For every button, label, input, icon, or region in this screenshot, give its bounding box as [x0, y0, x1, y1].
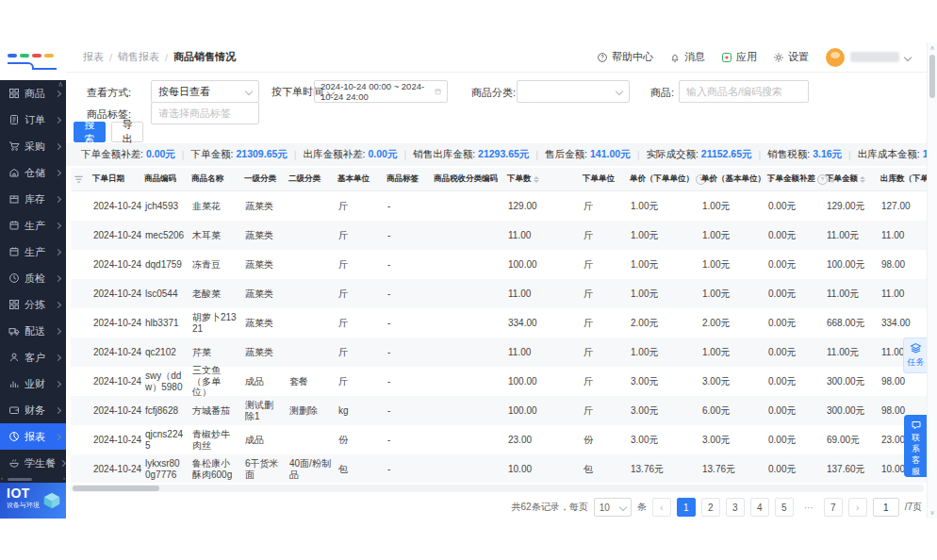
page-button-2[interactable]: 2 — [701, 498, 720, 517]
view-mode-select[interactable]: 按每日查看 — [151, 80, 259, 103]
search-button[interactable]: 搜索 — [74, 122, 106, 142]
app-button[interactable]: 应用 — [721, 50, 757, 64]
tag-select-input[interactable] — [151, 102, 259, 124]
export-button[interactable]: 导出 — [111, 122, 143, 142]
sidebar-nav: 商品 订单 采购 仓储 库存 生产 生产 质检 分拣 配送 — [0, 80, 66, 476]
sidebar-item-production-1[interactable]: 生产 — [0, 212, 66, 239]
column-header-14[interactable]: 下单金额 — [823, 173, 878, 185]
sidebar-item-sorting[interactable]: 分拣 — [0, 291, 66, 318]
column-header-9[interactable]: 下单数 — [504, 173, 580, 185]
cell: 6干货米面 — [241, 458, 286, 481]
table-row: 2024-10-24fcfj8628方城番茄测试删除1测删除kg-100.00斤… — [71, 396, 928, 425]
contact-support-label-char: 系 — [912, 444, 920, 454]
scroll-up-icon[interactable]: ∧ — [928, 43, 937, 53]
chevron-right-icon — [55, 380, 61, 387]
cell: 2.00元 — [627, 318, 699, 329]
breadcrumb-reports[interactable]: 报表 — [83, 50, 104, 64]
cell: 1.00元 — [627, 230, 699, 241]
sidebar-scroll-up-icon[interactable]: ∧ — [58, 80, 63, 90]
sidebar-item-label: 库存 — [25, 192, 45, 206]
horizontal-scrollbar-thumb[interactable] — [73, 486, 159, 491]
page-size-select[interactable]: 10 — [594, 498, 632, 517]
sort-icon[interactable] — [860, 176, 865, 183]
sidebar-item-delivery[interactable]: 配送 — [0, 318, 66, 344]
horizontal-scrollbar[interactable] — [71, 485, 924, 492]
table-row: 2024-10-24jch4593韭菜花蔬菜类斤-129.00斤1.00元1.0… — [71, 191, 928, 221]
column-header-7: 商品标签 — [384, 173, 431, 185]
bell-icon — [669, 52, 681, 63]
sidebar-item-student-meal[interactable]: 学生餐 — [0, 450, 66, 476]
sidebar-item-orders[interactable]: 订单 — [0, 107, 66, 133]
cell: 份 — [580, 435, 627, 446]
iot-banner[interactable]: IOT 设备与环境 — [0, 483, 66, 519]
product-search-input[interactable] — [679, 80, 809, 103]
cell: 11.00元 — [823, 288, 878, 300]
cell: 包 — [580, 464, 627, 475]
column-header-12[interactable]: 单价（基本单位） — [699, 173, 764, 185]
vertical-scrollbar-thumb[interactable] — [929, 55, 935, 98]
cell: - — [384, 405, 431, 417]
sidebar-scrollbar-thumb[interactable] — [8, 478, 32, 481]
avatar[interactable] — [826, 48, 845, 67]
page-button-1[interactable]: 1 — [677, 498, 696, 517]
sidebar-item-biz-finance[interactable]: 业财 — [0, 371, 66, 397]
sidebar-item-qc[interactable]: 质检 — [0, 265, 66, 291]
cell: 韭菜花 — [189, 201, 241, 212]
cell: 包 — [335, 464, 384, 475]
sidebar-item-finance[interactable]: 财务 — [0, 397, 66, 423]
house-icon — [8, 167, 20, 178]
column-header-0[interactable] — [71, 174, 90, 185]
page-button-3[interactable]: 3 — [726, 498, 745, 517]
page-title: 商品销售情况 — [173, 50, 236, 64]
sidebar-item-customer[interactable]: 客户 — [0, 344, 66, 371]
cell: 98.00 — [878, 376, 928, 387]
cell: 鲁松康小酥肉600g — [189, 458, 241, 481]
sidebar-item-label: 分拣 — [25, 298, 45, 312]
sidebar-item-inventory[interactable]: 库存 — [0, 186, 66, 212]
date-range-picker[interactable]: 2024-10-24 00:00 ~ 2024-10-24 24:00 — [314, 80, 448, 103]
settings-button[interactable]: 设置 — [773, 50, 809, 64]
cell: 10.00 — [504, 464, 580, 475]
chevron-right-icon — [55, 354, 61, 360]
breadcrumb-sales-reports[interactable]: 销售报表 — [118, 50, 159, 64]
sidebar-item-label: 客户 — [25, 351, 45, 365]
sidebar-item-purchase[interactable]: 采购 — [0, 133, 66, 159]
scroll-down-icon[interactable]: ∨ — [928, 508, 937, 518]
sidebar-scroll-right-icon[interactable]: › — [63, 475, 65, 481]
column-header-13[interactable]: 下单金额补差? — [764, 173, 823, 185]
cell: 蔬菜类 — [241, 288, 286, 300]
sidebar-scroll-left-icon[interactable]: ‹ — [1, 475, 3, 481]
user-menu[interactable] — [826, 48, 911, 67]
cell: 3.00元 — [699, 435, 764, 446]
cell: 斤 — [335, 376, 384, 387]
cell: 蔬菜类 — [241, 347, 286, 358]
next-page-button[interactable]: › — [848, 498, 867, 517]
sidebar-item-production-2[interactable]: 生产 — [0, 239, 66, 265]
page-jump-input[interactable] — [873, 498, 899, 517]
cell: 木耳菜 — [189, 230, 241, 241]
category-label: 商品分类: — [471, 86, 516, 100]
clock-icon — [8, 272, 20, 284]
task-float-button[interactable]: 任务 — [903, 338, 928, 373]
sort-icon[interactable] — [534, 176, 539, 183]
settings-label: 设置 — [788, 50, 809, 64]
table-row: 2024-10-24hlb3371胡萝卜21321蔬菜类斤-334.00斤2.0… — [71, 308, 928, 338]
sidebar-item-goods[interactable]: 商品 — [0, 80, 66, 107]
prev-page-button[interactable]: ‹ — [652, 498, 671, 517]
message-button[interactable]: 消息 — [669, 50, 705, 64]
page-button-5[interactable]: 5 — [775, 498, 794, 517]
chart-icon — [8, 378, 20, 389]
help-button[interactable]: 帮助中心 — [597, 50, 653, 64]
page-button-7[interactable]: 7 — [824, 498, 843, 517]
page-button-4[interactable]: 4 — [750, 498, 769, 517]
contact-support-button[interactable]: 联系客服 — [904, 415, 928, 477]
pagination: 共62条记录，每页 10 条 ‹ 12345···7 › /7页 — [512, 497, 922, 518]
column-header-15: 出库数（下单单位） — [878, 173, 928, 185]
sidebar-item-report[interactable]: 报表 — [0, 423, 66, 450]
vertical-scrollbar[interactable]: ∧ ∨ — [927, 42, 937, 519]
category-select[interactable] — [517, 80, 630, 103]
sidebar-scrollbar[interactable]: ‹ › — [0, 476, 66, 483]
sidebar-item-warehouse[interactable]: 仓储 — [0, 159, 66, 186]
column-header-11[interactable]: 单价（下单单位）? — [627, 173, 699, 185]
cell: 斤 — [335, 347, 384, 358]
